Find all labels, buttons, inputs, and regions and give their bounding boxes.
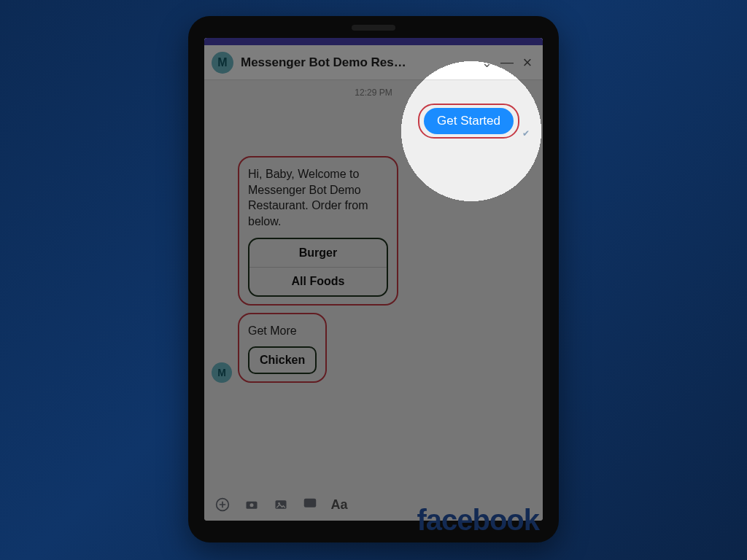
tablet-notch (352, 25, 395, 31)
tablet-frame: M Messenger Bot Demo Res… ⌄ — × 12:29 PM… (188, 16, 559, 542)
minimize-icon[interactable]: — (499, 55, 515, 70)
svg-point-2 (250, 503, 254, 507)
option-burger[interactable]: Burger (249, 239, 387, 267)
chat-body: 12:29 PM Get Started ✔ Hi, Baby, Welcome… (204, 80, 543, 521)
text-input-icon[interactable]: Aa (331, 497, 347, 513)
delivered-check-icon: ✔ (522, 128, 530, 139)
bot-text: Get More (248, 323, 317, 339)
chat-header: M Messenger Bot Demo Res… ⌄ — × (204, 45, 543, 80)
bot-message-row: Hi, Baby, Welcome to Messenger Bot Demo … (212, 156, 535, 306)
option-group: Burger All Foods (248, 238, 388, 297)
timestamp: 12:29 PM (212, 88, 535, 98)
camera-icon[interactable] (244, 497, 260, 513)
chevron-down-icon[interactable]: ⌄ (479, 55, 495, 71)
app-screen: M Messenger Bot Demo Res… ⌄ — × 12:29 PM… (204, 38, 543, 521)
bot-text: Hi, Baby, Welcome to Messenger Bot Demo … (248, 166, 388, 229)
option-group: Chicken (248, 346, 317, 374)
bot-card-welcome: Hi, Baby, Welcome to Messenger Bot Demo … (238, 156, 398, 306)
option-chicken[interactable]: Chicken (249, 348, 315, 373)
get-started-button[interactable]: Get Started (424, 108, 514, 134)
browser-top-bar (204, 38, 543, 45)
avatar[interactable]: M (212, 52, 233, 74)
sent-message-row: Get Started ✔ (212, 104, 535, 139)
close-icon[interactable]: × (519, 53, 535, 72)
svg-rect-5 (304, 499, 317, 508)
plus-icon[interactable] (214, 497, 231, 513)
chat-title: Messenger Bot Demo Res… (241, 55, 474, 70)
image-icon[interactable] (273, 497, 289, 513)
highlight-outline: Get Started (418, 104, 519, 139)
option-all-foods[interactable]: All Foods (249, 267, 387, 295)
facebook-logo: facebook (417, 504, 539, 537)
bot-card-more: Get More Chicken (238, 313, 327, 383)
bot-message-row: M Get More Chicken (212, 313, 535, 383)
gif-icon[interactable] (302, 497, 318, 513)
bot-avatar: M (212, 362, 232, 383)
